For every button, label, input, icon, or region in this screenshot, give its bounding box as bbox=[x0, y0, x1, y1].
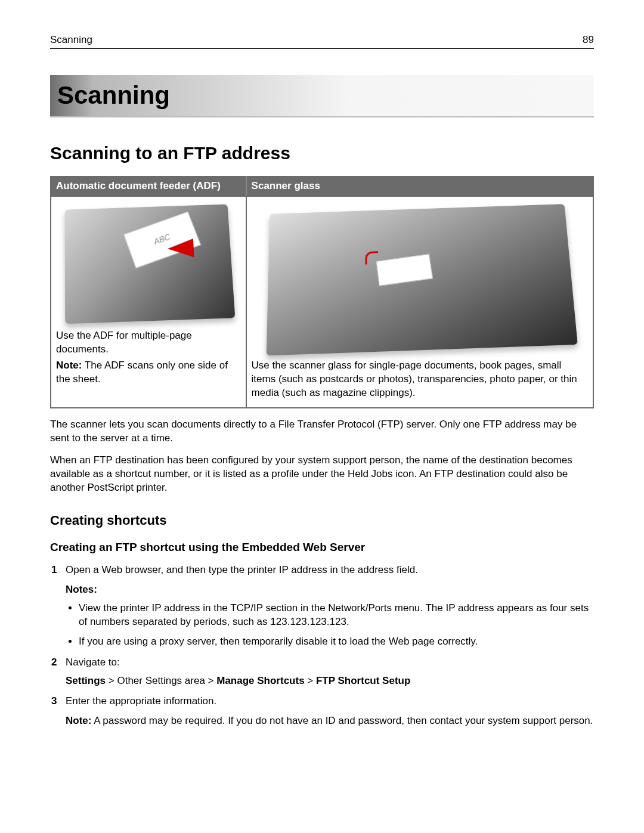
adf-note-text: The ADF scans only one side of the sheet… bbox=[56, 360, 228, 385]
page: Scanning 89 Scanning Scanning to an FTP … bbox=[0, 0, 644, 833]
table-row: ABC Use the ADF for multiple‑page docume… bbox=[51, 196, 593, 408]
arrow-left-icon bbox=[168, 239, 194, 259]
col-header-adf: Automatic document feeder (ADF) bbox=[51, 176, 246, 196]
chapter-title: Scanning bbox=[50, 75, 594, 117]
paper-icon bbox=[376, 254, 433, 286]
glass-image-box bbox=[252, 200, 588, 355]
subsubsection-title: Creating an FTP shortcut using the Embed… bbox=[50, 540, 594, 555]
step-3-note: Note: A password may be required. If you… bbox=[66, 714, 594, 728]
note-bullet-1: View the printer IP address in the TCP/I… bbox=[79, 602, 594, 629]
running-header: Scanning 89 bbox=[50, 33, 594, 47]
subsection-title: Creating shortcuts bbox=[50, 512, 594, 529]
cell-glass: Use the scanner glass for single‑page do… bbox=[246, 196, 593, 408]
path-sep: > bbox=[305, 675, 316, 686]
running-title: Scanning bbox=[50, 33, 92, 47]
step-3: Enter the appropriate information. Note:… bbox=[50, 695, 594, 728]
step-3-note-text: A password may be required. If you do no… bbox=[91, 715, 593, 726]
step-1: Open a Web browser, and then type the pr… bbox=[50, 563, 594, 649]
cell-adf: ABC Use the ADF for multiple‑page docume… bbox=[51, 196, 246, 408]
header-rule bbox=[50, 48, 594, 49]
glass-cell-text: Use the scanner glass for single‑page do… bbox=[252, 359, 588, 400]
step-2-text: Navigate to: bbox=[66, 657, 120, 668]
adf-line1: Use the ADF for multiple‑page documents. bbox=[56, 329, 241, 357]
printer-adf-illustration: ABC bbox=[65, 205, 235, 324]
path-other-settings: Other Settings area bbox=[117, 675, 205, 686]
step-1-notes-block: Notes: View the printer IP address in th… bbox=[66, 583, 594, 649]
step-2: Navigate to: Settings > Other Settings a… bbox=[50, 656, 594, 688]
note-label: Note: bbox=[66, 715, 91, 726]
nav-path: Settings > Other Settings area > Manage … bbox=[66, 674, 594, 688]
notes-label: Notes: bbox=[66, 583, 594, 597]
body-paragraph-2: When an FTP destination has been configu… bbox=[50, 454, 594, 495]
step-1-text: Open a Web browser, and then type the pr… bbox=[66, 564, 418, 575]
adf-image-box: ABC bbox=[56, 200, 241, 326]
feature-table: Automatic document feeder (ADF) Scanner … bbox=[50, 176, 594, 408]
notes-bullets: View the printer IP address in the TCP/I… bbox=[66, 602, 594, 649]
path-settings: Settings bbox=[66, 675, 106, 686]
path-sep: > bbox=[205, 675, 216, 686]
adf-note: Note: The ADF scans only one side of the… bbox=[56, 359, 241, 386]
steps-list: Open a Web browser, and then type the pr… bbox=[50, 563, 594, 728]
step-3-text: Enter the appropriate information. bbox=[66, 695, 216, 707]
note-bullet-2: If you are using a proxy server, then te… bbox=[79, 635, 594, 649]
body-paragraph-1: The scanner lets you scan documents dire… bbox=[50, 418, 594, 445]
page-number: 89 bbox=[583, 33, 594, 47]
section-title: Scanning to an FTP address bbox=[50, 141, 594, 166]
table-header-row: Automatic document feeder (ADF) Scanner … bbox=[51, 176, 593, 196]
path-sep: > bbox=[106, 675, 117, 686]
path-manage-shortcuts: Manage Shortcuts bbox=[216, 675, 304, 686]
path-ftp-setup: FTP Shortcut Setup bbox=[316, 675, 410, 686]
note-label: Note: bbox=[56, 360, 82, 371]
adf-cell-text: Use the ADF for multiple‑page documents.… bbox=[56, 329, 241, 386]
glass-line1: Use the scanner glass for single‑page do… bbox=[252, 359, 588, 400]
scanner-glass-illustration bbox=[266, 205, 577, 356]
col-header-glass: Scanner glass bbox=[246, 176, 593, 196]
